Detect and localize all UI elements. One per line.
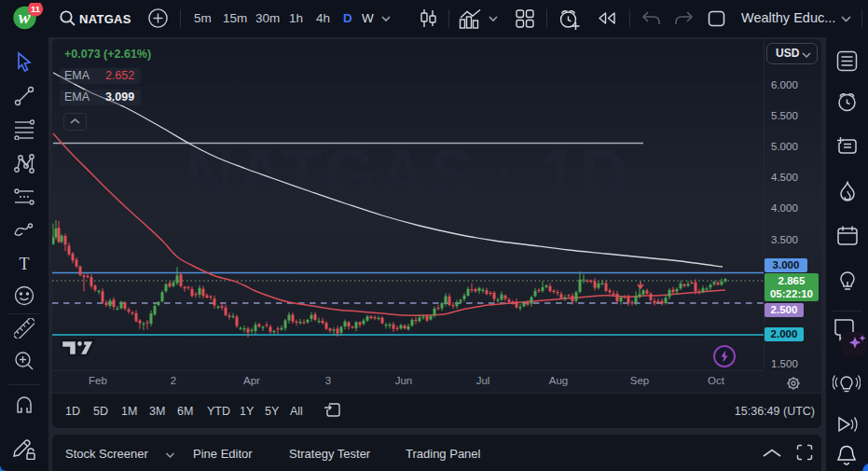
svg-text:11: 11 <box>31 4 41 14</box>
